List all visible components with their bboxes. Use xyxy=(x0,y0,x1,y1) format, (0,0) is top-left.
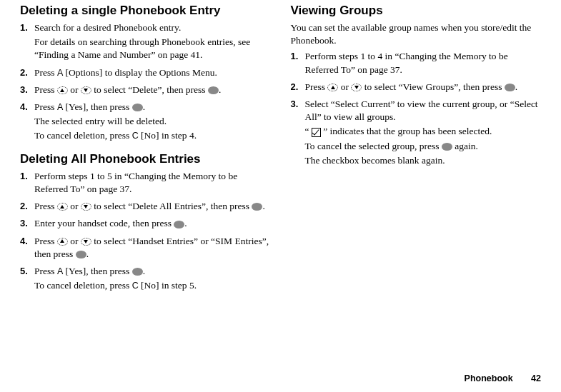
text: To cancel deletion, press xyxy=(34,280,132,291)
step-text: Perform steps 1 to 4 in “Changing the Me… xyxy=(305,51,508,74)
step-number: 3. xyxy=(20,217,28,230)
step: 2. Press or to select “Delete All Entrie… xyxy=(20,200,271,213)
step-subtext: To cancel deletion, press C [No] in step… xyxy=(34,129,271,142)
ok-button-icon xyxy=(208,86,219,94)
page-number: 42 xyxy=(531,373,541,383)
intro-text: You can set the available group names wh… xyxy=(291,21,542,47)
up-arrow-icon xyxy=(57,238,68,246)
step-subtext: “ ” indicates that the group has been se… xyxy=(305,125,542,138)
step-subtext: For details on searching through Phonebo… xyxy=(34,36,271,61)
text: to select “Delete All Entries”, then pre… xyxy=(91,201,252,211)
text: . xyxy=(515,81,517,92)
text: . xyxy=(219,84,221,95)
step-subtext: The selected entry will be deleted. xyxy=(34,115,271,128)
ok-button-icon xyxy=(442,143,452,151)
step: 2. Press A [Options] to display the Opti… xyxy=(20,66,271,79)
text: again. xyxy=(452,141,478,151)
step: 5. Press A [Yes], then press . To cancel… xyxy=(20,265,271,292)
text: ” indicates that the group has been sele… xyxy=(323,126,492,136)
step: 1. Search for a desired Phonebook entry.… xyxy=(20,21,271,62)
step: 2. Press or to select “View Groups”, the… xyxy=(291,81,542,94)
text: To cancel the selected group, press xyxy=(305,141,442,151)
text: to select “Delete”, then press xyxy=(91,84,208,95)
softkey-c: C xyxy=(132,131,139,141)
step-subtext: To cancel the selected group, press agai… xyxy=(305,140,542,153)
step: 1. Perform steps 1 to 4 in “Changing the… xyxy=(291,50,542,76)
text: or xyxy=(338,81,351,92)
down-arrow-icon xyxy=(351,84,362,91)
softkey-a: A xyxy=(57,266,63,276)
ok-button-icon xyxy=(505,84,515,91)
step-number: 3. xyxy=(291,98,299,111)
text: To cancel deletion, press xyxy=(34,130,132,141)
softkey-a: A xyxy=(57,68,63,78)
text: Enter your handset code, then press xyxy=(34,218,174,228)
down-arrow-icon xyxy=(81,238,91,246)
softkey-c: C xyxy=(132,281,139,291)
text: [No] in step 5. xyxy=(139,280,197,291)
text: or xyxy=(68,236,81,246)
text: [Options] to display the Options Menu. xyxy=(63,67,217,78)
heading-delete-all: Deleting All Phonebook Entries xyxy=(20,151,271,168)
ok-button-icon xyxy=(174,221,184,228)
step-number: 1. xyxy=(20,170,28,183)
step-number: 2. xyxy=(291,81,299,94)
step-number: 1. xyxy=(20,21,28,34)
text: [Yes], then press xyxy=(63,101,132,112)
step-subtext: To cancel deletion, press C [No] in step… xyxy=(34,279,271,292)
text: Press xyxy=(34,101,57,112)
page-footer: Phonebook 42 xyxy=(20,361,541,385)
step-number: 1. xyxy=(291,50,299,63)
up-arrow-icon xyxy=(57,203,68,211)
step-subtext: The checkbox becomes blank again. xyxy=(305,154,542,167)
text: to select “View Groups”, then press xyxy=(362,81,504,92)
step: 4. Press A [Yes], then press . The selec… xyxy=(20,101,271,143)
text: . xyxy=(86,248,89,259)
text: or xyxy=(68,84,81,95)
step-number: 5. xyxy=(20,265,28,278)
text: Press xyxy=(305,81,328,92)
checkbox-checked-icon xyxy=(312,128,321,137)
step: 3. Enter your handset code, then press . xyxy=(20,217,271,230)
step-number: 4. xyxy=(20,101,28,114)
text: or xyxy=(68,201,81,211)
text: [Yes], then press xyxy=(63,266,132,276)
step-text: Perform steps 1 to 5 in “Changing the Me… xyxy=(34,171,237,194)
text: Press xyxy=(34,266,57,276)
step-number: 4. xyxy=(20,235,28,248)
text: . xyxy=(184,218,187,228)
steps-delete-single: 1. Search for a desired Phonebook entry.… xyxy=(20,21,271,143)
up-arrow-icon xyxy=(327,84,338,91)
softkey-a: A xyxy=(57,102,63,112)
steps-delete-all: 1. Perform steps 1 to 5 in “Changing the… xyxy=(20,170,271,293)
step: 3. Select “Select Current” to view the c… xyxy=(291,98,542,167)
step: 3. Press or to select “Delete”, then pre… xyxy=(20,84,271,96)
step-text: Search for a desired Phonebook entry. xyxy=(34,22,181,33)
text: . xyxy=(143,266,145,276)
right-column: Viewing Groups You can set the available… xyxy=(291,3,542,361)
text: . xyxy=(143,101,145,112)
text: Press xyxy=(34,67,57,78)
ok-button-icon xyxy=(76,251,86,258)
text: Press xyxy=(34,84,57,95)
step-number: 2. xyxy=(20,66,28,79)
left-column: Deleting a single Phonebook Entry 1. Sea… xyxy=(20,3,271,361)
text: Press xyxy=(34,236,57,246)
step-number: 3. xyxy=(20,84,28,96)
text: Press xyxy=(34,201,57,211)
step-number: 2. xyxy=(20,200,28,213)
heading-delete-single: Deleting a single Phonebook Entry xyxy=(20,3,271,19)
heading-viewing-groups: Viewing Groups xyxy=(291,3,542,19)
steps-viewing-groups: 1. Perform steps 1 to 4 in “Changing the… xyxy=(291,50,542,167)
text: . xyxy=(262,201,264,211)
down-arrow-icon xyxy=(81,86,91,94)
up-arrow-icon xyxy=(57,86,68,94)
ok-button-icon xyxy=(132,268,143,276)
text: “ xyxy=(305,126,309,136)
text: [No] in step 4. xyxy=(139,130,197,141)
step: 4. Press or to select “Handset Entries” … xyxy=(20,235,271,261)
down-arrow-icon xyxy=(81,203,91,211)
step-text: Select “Select Current” to view the curr… xyxy=(305,99,538,122)
footer-section: Phonebook xyxy=(465,373,513,383)
ok-button-icon xyxy=(132,104,143,111)
